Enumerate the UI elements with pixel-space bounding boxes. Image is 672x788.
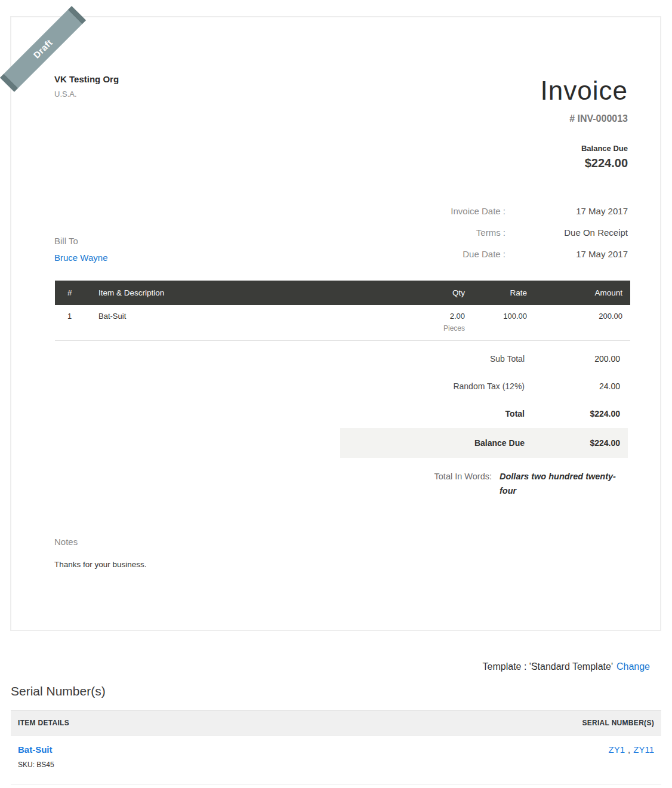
serials-header-serial-numbers: SERIAL NUMBER(S) xyxy=(582,719,654,727)
tax-row: Random Tax (12%) 24.00 xyxy=(340,373,628,400)
terms-label: Terms : xyxy=(377,227,505,239)
draft-ribbon-label: Draft xyxy=(31,37,54,60)
col-header-index: # xyxy=(55,288,98,297)
bill-to-label: Bill To xyxy=(54,236,107,246)
template-label: Template : 'Standard Template' xyxy=(483,661,613,672)
serial-number-link[interactable]: ZY1 xyxy=(609,744,625,755)
subtotal-label: Sub Total xyxy=(340,353,525,365)
balance-due-label: Balance Due xyxy=(581,144,628,153)
serials-item-cell: Bat-Suit SKU: BS45 xyxy=(18,744,609,769)
terms-row: Terms : Due On Receipt xyxy=(377,227,628,239)
total-label: Total xyxy=(340,408,525,420)
serial-number-link[interactable]: ZY11 xyxy=(633,744,654,755)
invoice-title: Invoice xyxy=(541,76,628,106)
tax-label: Random Tax (12%) xyxy=(340,380,525,392)
balance-due-block: Balance Due $224.00 xyxy=(581,144,628,170)
template-change-link[interactable]: Change xyxy=(616,661,650,672)
balance-due-row-value: $224.00 xyxy=(525,437,628,449)
org-block: VK Testing Org U.S.A. xyxy=(54,74,119,98)
total-in-words-value: Dollars two hundred twenty-four xyxy=(500,469,628,498)
items-table: # Item & Description Qty Rate Amount 1 B… xyxy=(55,281,630,341)
subtotal-row: Sub Total 200.00 xyxy=(340,345,628,373)
bill-to-customer-link[interactable]: Bruce Wayne xyxy=(54,253,107,263)
bill-to-block: Bill To Bruce Wayne xyxy=(54,236,107,263)
items-table-header: # Item & Description Qty Rate Amount xyxy=(55,281,630,305)
serials-table-header: ITEM DETAILS SERIAL NUMBER(S) xyxy=(11,710,661,735)
item-name: Bat-Suit xyxy=(98,312,401,333)
serials-heading: Serial Number(s) xyxy=(11,684,106,698)
invoice-number: # INV-000013 xyxy=(541,113,628,124)
item-index: 1 xyxy=(55,312,98,333)
tax-value: 24.00 xyxy=(525,380,628,392)
org-country: U.S.A. xyxy=(54,90,119,98)
balance-due-row: Balance Due $224.00 xyxy=(340,428,628,458)
invoice-header: Invoice # INV-000013 xyxy=(541,76,628,124)
org-name: VK Testing Org xyxy=(54,74,119,84)
col-header-rate: Rate xyxy=(473,288,535,297)
col-header-item: Item & Description xyxy=(98,288,401,297)
totals-block: Sub Total 200.00 Random Tax (12%) 24.00 … xyxy=(340,345,628,458)
subtotal-value: 200.00 xyxy=(525,353,628,365)
total-in-words-label: Total In Words: xyxy=(434,469,492,498)
serials-item-sku: SKU: BS45 xyxy=(18,761,609,769)
invoice-meta: Invoice Date : 17 May 2017 Terms : Due O… xyxy=(377,205,628,270)
notes-label: Notes xyxy=(54,537,147,547)
item-amount: 200.00 xyxy=(535,312,630,333)
due-date-value: 17 May 2017 xyxy=(505,248,628,260)
notes-block: Notes Thanks for your business. xyxy=(54,537,147,569)
col-header-qty: Qty xyxy=(401,288,473,297)
balance-due-row-label: Balance Due xyxy=(340,437,525,449)
item-unit: Pieces xyxy=(401,324,465,333)
serials-numbers-cell: ZY1,ZY11 xyxy=(609,744,654,769)
serials-table: ITEM DETAILS SERIAL NUMBER(S) Bat-Suit S… xyxy=(11,710,661,784)
col-header-amount: Amount xyxy=(535,288,630,297)
terms-value: Due On Receipt xyxy=(505,227,628,239)
item-rate: 100.00 xyxy=(473,312,535,333)
serials-header-item-details: ITEM DETAILS xyxy=(18,719,582,727)
invoice-date-value: 17 May 2017 xyxy=(505,205,628,217)
total-in-words-block: Total In Words: Dollars two hundred twen… xyxy=(434,469,628,498)
item-qty-cell: 2.00 Pieces xyxy=(401,312,473,333)
invoice-date-label: Invoice Date : xyxy=(377,205,505,217)
balance-due-value: $224.00 xyxy=(581,156,628,170)
total-row: Total $224.00 xyxy=(340,400,628,427)
item-qty: 2.00 xyxy=(401,312,465,321)
table-row: 1 Bat-Suit 2.00 Pieces 100.00 200.00 xyxy=(55,305,630,341)
due-date-row: Due Date : 17 May 2017 xyxy=(377,248,628,260)
template-line: Template : 'Standard Template'Change xyxy=(483,661,650,672)
serials-item-link[interactable]: Bat-Suit xyxy=(18,744,53,755)
serial-separator: , xyxy=(628,744,630,755)
table-row: Bat-Suit SKU: BS45 ZY1,ZY11 xyxy=(11,735,661,784)
total-value: $224.00 xyxy=(525,408,628,420)
notes-text: Thanks for your business. xyxy=(54,560,147,569)
invoice-paper: Draft VK Testing Org U.S.A. Invoice # IN… xyxy=(10,16,661,631)
due-date-label: Due Date : xyxy=(377,248,505,260)
invoice-date-row: Invoice Date : 17 May 2017 xyxy=(377,205,628,217)
